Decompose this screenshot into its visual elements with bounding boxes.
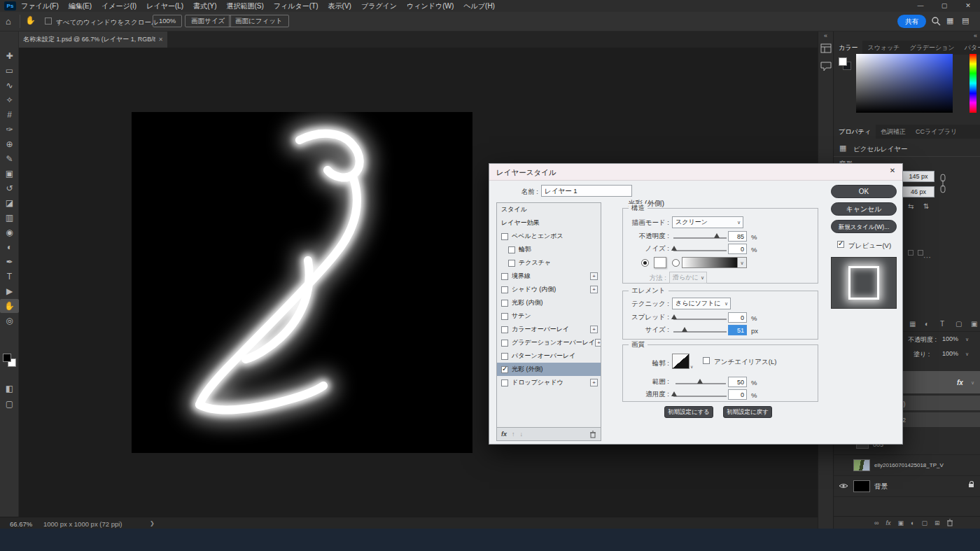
scroll-all-windows-checkbox[interactable] [45,18,52,25]
gradient-tool[interactable]: ▥ [0,211,19,225]
lock-icon[interactable] [969,484,974,487]
menu-select[interactable]: 選択範囲(S) [222,0,269,12]
dodge-tool[interactable]: ◐ [0,240,19,254]
add-instance-icon[interactable]: + [595,339,601,347]
grid-icon[interactable]: ▦ [946,16,953,25]
tab-patterns[interactable]: パターン [960,41,980,55]
antialias-checkbox[interactable] [703,357,710,364]
fit-screen-size-button[interactable]: 画面サイズ [185,15,231,27]
hand-tool-icon[interactable]: ✋ [25,15,36,25]
checkbox[interactable] [501,353,508,360]
dialog-titlebar[interactable]: レイヤースタイル [489,164,902,181]
style-row-inner-shadow[interactable]: シャドウ (内側)+ [497,283,601,296]
tab-properties[interactable]: プロパティ [834,125,876,139]
style-row-color-overlay[interactable]: カラーオーバーレイ+ [497,323,601,336]
zoom-level-field[interactable]: 66.67% [10,520,32,528]
layers-opacity-value[interactable]: 100% [942,335,958,342]
transform-width-field[interactable]: 145 px [902,171,934,182]
jitter-slider-thumb[interactable] [671,391,677,396]
collapse-rail-icon[interactable]: « [824,32,827,39]
adjustment-layer-icon[interactable]: ◐ [911,519,914,526]
layer-filter-pixel-icon[interactable]: ▦ [909,320,916,328]
technique-dropdown[interactable]: さらにソフトに [672,298,731,309]
eraser-tool[interactable]: ◪ [0,196,19,210]
style-row-satin[interactable]: サテン [497,309,601,323]
layer-row[interactable]: elly20160701425018_TP_V [834,455,980,476]
tab-gradients[interactable]: グラデーション [904,41,959,55]
style-row-styles[interactable]: スタイル [497,203,601,216]
layer-thumbnail[interactable] [853,480,870,492]
checkbox[interactable] [508,260,515,267]
ok-button[interactable]: OK [831,185,897,198]
checkbox[interactable] [501,379,508,386]
flip-horizontal-icon[interactable]: ⇆ [908,202,913,210]
zoom-100-button[interactable]: 100% [153,15,182,27]
delete-effect-icon[interactable] [589,431,596,438]
style-row-texture[interactable]: テクスチャ [497,256,601,270]
style-row-gradient-overlay[interactable]: グラデーションオーバーレイ+ [497,336,601,349]
visibility-eye-icon[interactable] [839,482,848,489]
collapse-panels-icon[interactable]: « [974,32,977,39]
style-row-blending-options[interactable]: レイヤー効果 [497,216,601,230]
opacity-slider-thumb[interactable] [714,233,720,238]
style-row-pattern-overlay[interactable]: パターンオーバーレイ [497,349,601,363]
share-button[interactable]: 共有 [897,15,926,28]
zoom-tool[interactable]: ◎ [0,314,19,328]
layer-filter-shape-icon[interactable]: ▢ [955,320,962,328]
gradient-radio[interactable] [672,259,680,267]
layer-thumbnail[interactable] [853,459,870,471]
comments-icon[interactable] [820,62,832,71]
artboard-icon[interactable] [820,43,832,53]
checkbox[interactable] [501,300,508,307]
checkbox[interactable] [508,246,515,253]
blur-tool[interactable]: ◉ [0,225,19,239]
glow-color-swatch[interactable] [654,257,666,268]
canvas-document[interactable] [132,112,472,453]
crop-tool[interactable]: # [0,108,19,122]
contour-picker-arrow[interactable]: ∨ [690,364,693,369]
style-row-inner-glow[interactable]: 光彩 (内側) [497,296,601,309]
chevron-down-icon[interactable]: ∨ [971,380,974,386]
menu-view[interactable]: 表示(V) [323,0,356,12]
gradient-picker-arrow[interactable]: ∨ [738,257,747,268]
reset-default-button[interactable]: 初期設定に戻す [723,406,772,418]
hand-tool[interactable]: ✋ [0,299,19,313]
quick-mask-icon[interactable]: ◧ [0,382,19,396]
menu-edit[interactable]: 編集(E) [64,0,97,12]
menu-type[interactable]: 書式(Y) [188,0,221,12]
quick-selection-tool[interactable]: ✧ [0,93,19,107]
chevron-down-icon[interactable]: ∨ [965,351,969,357]
fit-on-screen-button[interactable]: 画面にフィット [229,15,289,27]
hue-slider[interactable] [969,54,976,113]
path-selection-tool[interactable]: ▶ [0,284,19,298]
style-row-drop-shadow[interactable]: ドロップシャドウ+ [497,376,601,389]
layers-fill-value[interactable]: 100% [942,350,958,357]
checkbox[interactable] [501,340,508,347]
size-slider-thumb[interactable] [682,327,687,332]
style-row-bevel-emboss[interactable]: ベベルとエンボス [497,230,601,243]
link-layers-icon[interactable]: ∞ [874,519,878,526]
menu-filter[interactable]: フィルター(T) [269,0,323,12]
menu-image[interactable]: イメージ(I) [97,0,141,12]
jitter-value-field[interactable]: 0 [728,389,747,400]
window-close-button[interactable]: ✕ [956,0,980,12]
spread-value-field[interactable]: 0 [728,312,747,323]
document-tab[interactable]: 名称未設定 1.psd @ 66.7% (レイヤー 1, RGB/8#) * ✕ [19,32,167,48]
method-dropdown[interactable]: 滑らかに [669,272,707,284]
new-style-button[interactable]: 新規スタイル(W)... [831,220,897,233]
opacity-value-field[interactable]: 85 [728,231,747,242]
screen-mode-icon[interactable]: ▢ [0,397,19,411]
panel-foreground-swatch[interactable] [839,57,847,66]
checkbox[interactable] [501,286,508,293]
tab-cc-libraries[interactable]: CCライブラリ [911,125,962,139]
clone-stamp-tool[interactable]: ▣ [0,167,19,181]
cancel-button[interactable]: キャンセル [831,202,897,216]
preview-checkbox[interactable] [837,241,844,248]
add-instance-icon[interactable]: + [590,326,598,333]
style-row-contour[interactable]: 輪郭 [497,243,601,256]
brush-tool[interactable]: ✎ [0,152,19,166]
pen-tool[interactable]: ✒ [0,255,19,269]
blend-mode-dropdown[interactable]: スクリーン [672,216,743,228]
link-dimensions-icon[interactable] [939,173,947,195]
menu-plugins[interactable]: プラグイン [356,0,402,12]
